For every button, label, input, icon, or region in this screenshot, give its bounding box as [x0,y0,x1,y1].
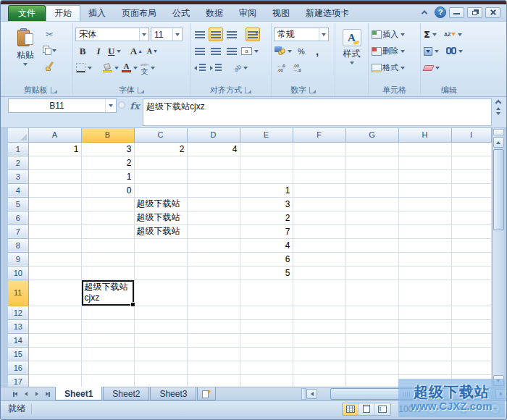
cell-A5[interactable] [28,197,81,211]
cell-H13[interactable] [398,319,451,333]
tab-custom[interactable]: 新建选项卡 [298,5,357,21]
cell-I3[interactable] [451,169,491,183]
cell-E12[interactable] [240,306,293,319]
cell-I2[interactable] [451,156,491,169]
cell-H10[interactable] [398,266,451,280]
comma-style-button[interactable]: , [310,44,324,58]
align-center-button[interactable] [209,44,223,58]
merge-center-button[interactable]: a [240,44,259,58]
vertical-scrollbar[interactable] [492,128,504,387]
col-header-F[interactable]: F [293,128,345,142]
cell-G9[interactable] [345,252,398,266]
paste-button[interactable]: 粘贴 [10,25,41,84]
cell-D16[interactable] [187,361,240,374]
row-header-9[interactable]: 9 [8,252,28,266]
row-header-8[interactable]: 8 [8,238,28,252]
cell-B7[interactable] [81,224,134,238]
cell-C9[interactable] [134,252,187,266]
tab-data[interactable]: 数据 [198,5,231,21]
cell-I10[interactable] [451,266,491,280]
cell-B1[interactable]: 3 [81,142,134,156]
cell-G15[interactable] [345,347,398,361]
clipboard-dialog-launcher[interactable] [51,87,57,93]
row-header-5[interactable]: 5 [8,197,28,211]
increase-decimal-button[interactable]: ←.0.00 [274,61,288,75]
formula-scroll-up[interactable] [496,107,500,110]
tab-formulas[interactable]: 公式 [164,5,198,21]
cell-G2[interactable] [345,156,398,169]
cell-B13[interactable] [81,319,134,333]
cell-C12[interactable] [134,306,187,319]
cell-C13[interactable] [134,319,187,333]
row-header-17[interactable]: 17 [8,374,28,387]
cell-I11[interactable] [451,280,491,306]
cell-I12[interactable] [451,306,491,319]
cell-H5[interactable] [398,197,451,211]
cell-A3[interactable] [28,169,81,183]
cell-E11[interactable] [240,280,293,306]
font-size-select[interactable]: 11 [151,28,183,41]
format-cells-button[interactable]: 格式 [371,61,406,75]
align-left-button[interactable] [193,44,207,58]
styles-button[interactable]: A 样式 [338,25,366,84]
fill-button[interactable] [423,44,440,58]
cell-H9[interactable] [398,252,451,266]
cell-B12[interactable] [81,306,134,319]
cell-G6[interactable] [345,211,398,224]
tab-home[interactable]: 开始 [46,5,80,21]
cell-E1[interactable] [240,142,293,156]
cell-C4[interactable] [134,183,187,197]
cell-B17[interactable] [81,374,134,387]
cell-C5[interactable]: 超级下载站 [134,197,187,211]
cell-F12[interactable] [293,306,345,319]
cell-G14[interactable] [345,333,398,347]
align-middle-button[interactable] [209,28,223,41]
cell-C16[interactable] [134,361,187,374]
cell-E4[interactable]: 1 [240,183,293,197]
fill-color-button[interactable] [101,61,120,75]
insert-worksheet-button[interactable]: ✦ [197,387,216,400]
cell-D12[interactable] [187,306,240,319]
name-box[interactable]: B11 [8,98,117,113]
cell-G17[interactable] [345,374,398,387]
row-header-6[interactable]: 6 [8,211,28,224]
cell-E3[interactable] [240,169,293,183]
italic-button[interactable]: I [91,44,106,58]
cell-E8[interactable]: 4 [240,238,293,252]
formula-scroll-down[interactable] [496,112,500,115]
col-header-D[interactable]: D [187,128,240,142]
row-header-3[interactable]: 3 [8,169,28,183]
cell-I5[interactable] [451,197,491,211]
cell-I6[interactable] [451,211,491,224]
cell-B5[interactable] [81,197,134,211]
row-header-15[interactable]: 15 [8,347,28,361]
cell-A11[interactable] [28,280,81,306]
decrease-indent-button[interactable] [193,61,207,75]
cut-button[interactable]: ✂ [42,28,57,41]
cell-F16[interactable] [293,361,345,374]
cell-B11[interactable]: 超级下载站cjxz [81,280,134,306]
row-header-14[interactable]: 14 [8,333,28,347]
accounting-format-button[interactable] [274,44,293,58]
cell-I9[interactable] [451,252,491,266]
select-all-corner[interactable] [8,128,28,142]
cell-A13[interactable] [28,319,81,333]
clear-button[interactable] [423,61,440,75]
increase-indent-button[interactable] [209,61,223,75]
tab-split-handle[interactable] [301,388,306,400]
cell-F5[interactable] [293,197,345,211]
prev-sheet-button[interactable] [21,389,31,399]
cell-B9[interactable] [81,252,134,266]
cell-F9[interactable] [293,252,345,266]
copy-button[interactable] [42,43,57,57]
last-sheet-button[interactable] [43,389,53,399]
tab-review[interactable]: 审阅 [231,5,264,21]
number-format-select[interactable]: 常规 [274,28,329,41]
cell-F6[interactable] [293,211,345,224]
cell-A17[interactable] [28,374,81,387]
cell-H1[interactable] [398,142,451,156]
cell-E10[interactable]: 5 [240,266,293,280]
cell-G1[interactable] [345,142,398,156]
row-header-11[interactable]: 11 [8,280,28,306]
cell-B16[interactable] [81,361,134,374]
